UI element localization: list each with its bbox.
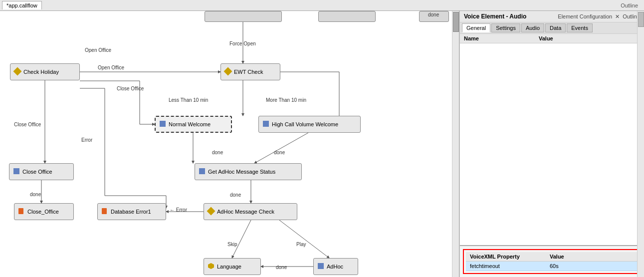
database-error-label: Database Error1 xyxy=(111,209,151,215)
check-holiday-label: Check Holiday xyxy=(23,69,59,75)
tab-bar: *app.callflow Outline xyxy=(0,0,644,11)
flow-canvas[interactable]: Open Office Force Open Open Office Close… xyxy=(0,11,459,277)
adhoc-label: AdHoc xyxy=(327,264,343,270)
svg-line-9 xyxy=(232,220,251,258)
voicexml-value-cell: 60s xyxy=(550,263,559,269)
top-node-2[interactable] xyxy=(318,11,376,22)
col-name-header: Name xyxy=(464,35,539,41)
label-error-2: ← Error xyxy=(170,207,187,213)
label-open-office-1: Open Office xyxy=(85,47,111,53)
label-close-office-3: Close Office xyxy=(14,122,41,127)
svg-line-5 xyxy=(254,133,308,163)
database-error-node[interactable]: Database Error1 xyxy=(97,203,166,220)
adhoc-node-icon xyxy=(318,263,325,270)
callflow-tab[interactable]: *app.callflow xyxy=(2,1,42,9)
panel-title: Voice Element - Audio xyxy=(464,13,526,20)
label-play: Play xyxy=(296,242,306,247)
label-skip: Skip xyxy=(227,242,237,247)
ewt-diamond-icon xyxy=(225,68,232,75)
voicexml-property-header: VoiceXML Property xyxy=(470,254,550,260)
panel-config-close[interactable]: ✕ xyxy=(615,13,620,20)
normal-square-icon xyxy=(160,121,167,128)
tab-settings[interactable]: Settings xyxy=(491,23,520,32)
label-done-4: done xyxy=(230,192,241,198)
label-done-2: done xyxy=(274,150,285,155)
language-shield-icon xyxy=(208,263,215,270)
label-less-than: Less Than 10 min xyxy=(169,97,208,103)
adhoc-message-label: AdHoc Message Check xyxy=(217,209,274,215)
high-square-icon xyxy=(263,121,270,128)
high-call-volume-node[interactable]: High Call Volume Welcome xyxy=(258,116,361,133)
label-more-than: More Than 10 min xyxy=(266,97,306,103)
label-close-office-path: Close Office xyxy=(117,86,144,91)
arrows-svg xyxy=(0,11,459,277)
diamond-icon xyxy=(14,68,21,75)
close-square-icon xyxy=(13,168,20,175)
check-holiday-node[interactable]: Check Holiday xyxy=(10,63,80,80)
voicexml-table-header: VoiceXML Property Value xyxy=(466,252,638,262)
panel-table-header: Name Value xyxy=(460,34,644,43)
label-done-top: done xyxy=(428,12,439,17)
panel-content-area xyxy=(460,43,644,245)
get-adhoc-label: Get AdHoc Message Status xyxy=(208,169,275,175)
panel-config-tab-label: Element Configuration xyxy=(558,13,612,20)
right-panel: Voice Element - Audio Element Configurat… xyxy=(459,11,644,277)
language-label: Language xyxy=(217,264,241,270)
col-value-header: Value xyxy=(539,35,640,41)
label-error: Error xyxy=(81,137,92,143)
db-error-icon xyxy=(102,208,109,215)
svg-line-10 xyxy=(279,220,329,258)
language-node[interactable]: Language xyxy=(204,258,261,275)
label-done-5: done xyxy=(276,265,287,270)
panel-tabs: General Settings Audio Data Events xyxy=(460,22,644,34)
label-force-open: Force Open xyxy=(229,41,256,46)
label-open-office-2: Open Office xyxy=(98,65,124,70)
panel-scroll-thumb[interactable] xyxy=(638,12,644,27)
panel-header: Voice Element - Audio Element Configurat… xyxy=(460,11,644,22)
close-doc-icon xyxy=(18,208,25,215)
label-done-1: done xyxy=(212,150,223,155)
adhoc-square-icon xyxy=(199,168,206,175)
high-call-volume-label: High Call Volume Welcome xyxy=(272,121,338,127)
outline-label: Outline xyxy=(621,2,642,8)
adhoc-message-check-node[interactable]: AdHoc Message Check xyxy=(204,203,297,220)
adhoc-node[interactable]: AdHoc xyxy=(313,258,358,275)
canvas-scrollbar[interactable] xyxy=(452,11,459,277)
voicexml-row[interactable]: fetchtimeout 60s xyxy=(466,262,638,271)
normal-welcome-node[interactable]: Normal Welcome xyxy=(155,116,232,133)
close-office-node[interactable]: Close Office xyxy=(9,163,74,180)
label-done-3: done xyxy=(30,192,41,197)
tab-data[interactable]: Data xyxy=(545,23,566,32)
adhoc-diamond-icon xyxy=(208,208,215,215)
close-office-label: Close Office xyxy=(22,169,52,175)
panel-bottom: VoiceXML Property Value fetchtimeout 60s xyxy=(460,245,644,277)
ewt-check-node[interactable]: EWT Check xyxy=(220,63,280,80)
get-adhoc-node[interactable]: Get AdHoc Message Status xyxy=(195,163,302,180)
voicexml-value-header: Value xyxy=(550,254,564,260)
voicexml-section: VoiceXML Property Value fetchtimeout 60s xyxy=(463,249,641,274)
tab-audio[interactable]: Audio xyxy=(521,23,544,32)
top-node-1[interactable] xyxy=(205,11,282,22)
voicexml-property-cell: fetchtimeout xyxy=(470,263,550,269)
panel-scrollbar[interactable] xyxy=(637,11,644,277)
ewt-check-label: EWT Check xyxy=(234,69,263,75)
tab-events[interactable]: Events xyxy=(567,23,593,32)
canvas-scroll-thumb[interactable] xyxy=(453,12,459,32)
close-office-file-node[interactable]: Close_Office xyxy=(14,203,74,220)
tab-general[interactable]: General xyxy=(462,23,490,32)
normal-welcome-label: Normal Welcome xyxy=(169,121,211,127)
close-office-file-label: Close_Office xyxy=(27,209,59,215)
main-area: Open Office Force Open Open Office Close… xyxy=(0,11,644,277)
